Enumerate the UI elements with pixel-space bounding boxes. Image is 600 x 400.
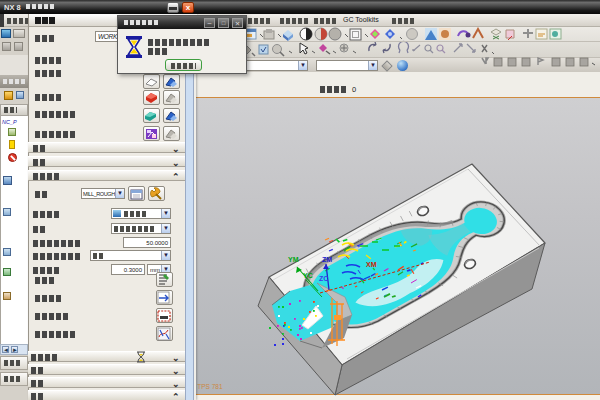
svg-text:YM: YM <box>288 256 299 263</box>
svg-text:XM: XM <box>366 261 377 268</box>
svg-text:YC: YC <box>303 272 313 279</box>
svg-text:ZC: ZC <box>319 275 328 282</box>
svg-text:ZM: ZM <box>322 256 332 263</box>
